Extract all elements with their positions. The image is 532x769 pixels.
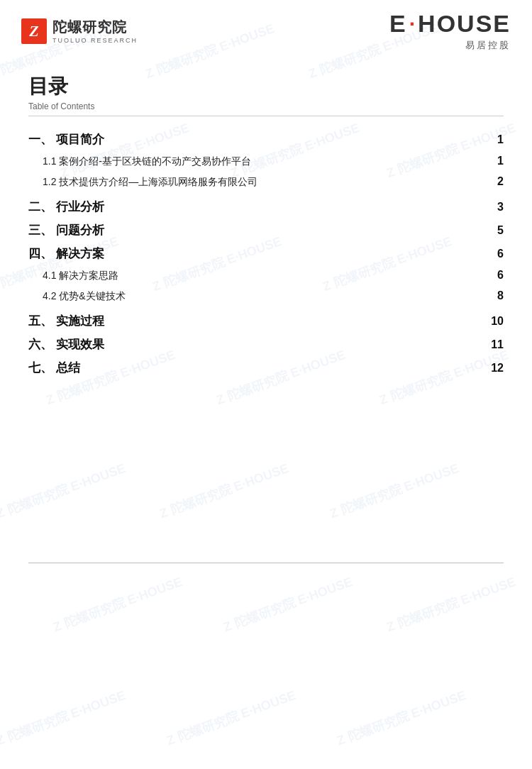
toc-entry-5: 三、 问题分析 5 bbox=[28, 218, 504, 242]
toc-page-7: 6 bbox=[487, 269, 504, 282]
toc-entry-11-text: 七、 总结 bbox=[28, 360, 80, 376]
ehouse-text: E bbox=[389, 10, 407, 38]
toc-entry-2-text: 1.1 案例介绍-基于区块链的不动产交易协作平台 bbox=[28, 155, 251, 168]
toc-entry-3: 1.2 技术提供方介绍—上海添玑网络服务有限公司 2 bbox=[28, 172, 504, 192]
toc-entry-1-text: 一、 项目简介 bbox=[28, 131, 104, 148]
z-logo-icon: Z bbox=[21, 18, 47, 44]
toc-page-1: 1 bbox=[487, 133, 504, 146]
main-content: 目录 Table of Contents 一、 项目简介 1 1.1 案例介绍-… bbox=[0, 59, 532, 380]
toc-dots-6 bbox=[110, 257, 481, 258]
toc-dots-5 bbox=[110, 233, 481, 234]
toc-subtitle: Table of Contents bbox=[28, 101, 504, 111]
toc-dots-4 bbox=[110, 210, 481, 211]
logo-chinese-text: 陀螺研究院 bbox=[52, 18, 138, 37]
toc-dots-3 bbox=[263, 184, 481, 185]
footer-divider bbox=[28, 563, 504, 563]
toc-entry-9-text: 五、 实施过程 bbox=[28, 313, 104, 329]
toc-dots-7 bbox=[124, 278, 481, 279]
page-header: Z 陀螺研究院 TUOLUO RESEARCH E · HOUSE 易居控股 bbox=[0, 0, 532, 59]
toc-entry-4-text: 二、 行业分析 bbox=[28, 199, 104, 215]
toc-page-3: 2 bbox=[487, 175, 504, 188]
toc-dots-9 bbox=[110, 324, 481, 325]
toc-page-10: 11 bbox=[487, 338, 504, 351]
toc-dots-2 bbox=[257, 164, 481, 165]
toc-page-5: 5 bbox=[487, 224, 504, 237]
toc-entry-5-text: 三、 问题分析 bbox=[28, 222, 104, 238]
toc-dots-11 bbox=[86, 371, 481, 372]
toc-page-6: 6 bbox=[487, 248, 504, 260]
toc-page-8: 8 bbox=[487, 289, 504, 302]
toc-page-4: 3 bbox=[487, 201, 504, 214]
toc-entry-1: 一、 项目简介 1 bbox=[28, 128, 504, 151]
logo-english-text: TUOLUO RESEARCH bbox=[52, 37, 138, 44]
toc-list: 一、 项目简介 1 1.1 案例介绍-基于区块链的不动产交易协作平台 1 1.2… bbox=[28, 128, 504, 380]
toc-page-2: 1 bbox=[487, 155, 504, 167]
toc-dots-8 bbox=[131, 299, 481, 299]
logo-right: E · HOUSE 易居控股 bbox=[389, 10, 511, 52]
toc-entry-10-text: 六、 实现效果 bbox=[28, 336, 104, 353]
logo-left: Z 陀螺研究院 TUOLUO RESEARCH bbox=[21, 18, 138, 44]
toc-title-section: 目录 Table of Contents bbox=[28, 59, 504, 116]
toc-entry-8: 4.2 优势&关键技术 8 bbox=[28, 286, 504, 306]
toc-entry-10: 六、 实现效果 11 bbox=[28, 333, 504, 356]
toc-entry-7-text: 4.1 解决方案思路 bbox=[28, 270, 118, 282]
toc-entry-3-text: 1.2 技术提供方介绍—上海添玑网络服务有限公司 bbox=[28, 176, 257, 189]
toc-entry-11: 七、 总结 12 bbox=[28, 356, 504, 380]
toc-entry-6-text: 四、 解决方案 bbox=[28, 245, 104, 262]
toc-entry-8-text: 4.2 优势&关键技术 bbox=[28, 290, 126, 303]
toc-entry-6: 四、 解决方案 6 bbox=[28, 242, 504, 265]
logo-text: 陀螺研究院 TUOLUO RESEARCH bbox=[52, 18, 138, 44]
toc-dots-10 bbox=[110, 348, 481, 348]
toc-entry-2: 1.1 案例介绍-基于区块链的不动产交易协作平台 1 bbox=[28, 151, 504, 172]
toc-entry-4: 二、 行业分析 3 bbox=[28, 195, 504, 218]
toc-entry-7: 4.1 解决方案思路 6 bbox=[28, 265, 504, 286]
toc-page-9: 10 bbox=[487, 315, 504, 328]
ehouse-subtitle: 易居控股 bbox=[465, 39, 511, 52]
ehouse-dot-icon: · bbox=[409, 12, 416, 36]
toc-dots-1 bbox=[110, 143, 481, 143]
toc-page-11: 12 bbox=[487, 362, 504, 375]
toc-entry-9: 五、 实施过程 10 bbox=[28, 309, 504, 333]
toc-main-title: 目录 bbox=[28, 73, 504, 100]
ehouse-house-text: HOUSE bbox=[418, 10, 511, 38]
ehouse-brand: E · HOUSE bbox=[389, 10, 511, 38]
